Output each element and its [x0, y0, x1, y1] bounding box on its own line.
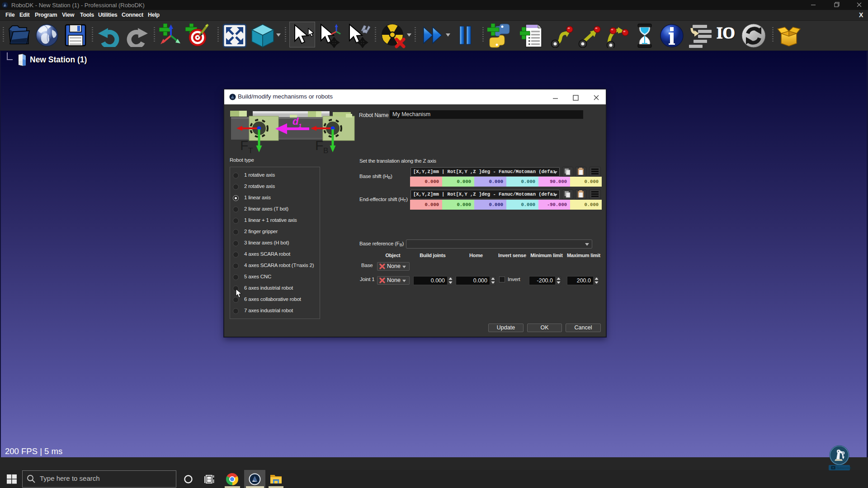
svg-text:1: 1	[298, 122, 302, 129]
svg-text:F: F	[240, 138, 248, 153]
svg-text:T: T	[248, 146, 253, 154]
svg-text:F: F	[315, 138, 323, 153]
svg-text:B: B	[323, 146, 328, 154]
svg-text:d: d	[292, 116, 299, 127]
